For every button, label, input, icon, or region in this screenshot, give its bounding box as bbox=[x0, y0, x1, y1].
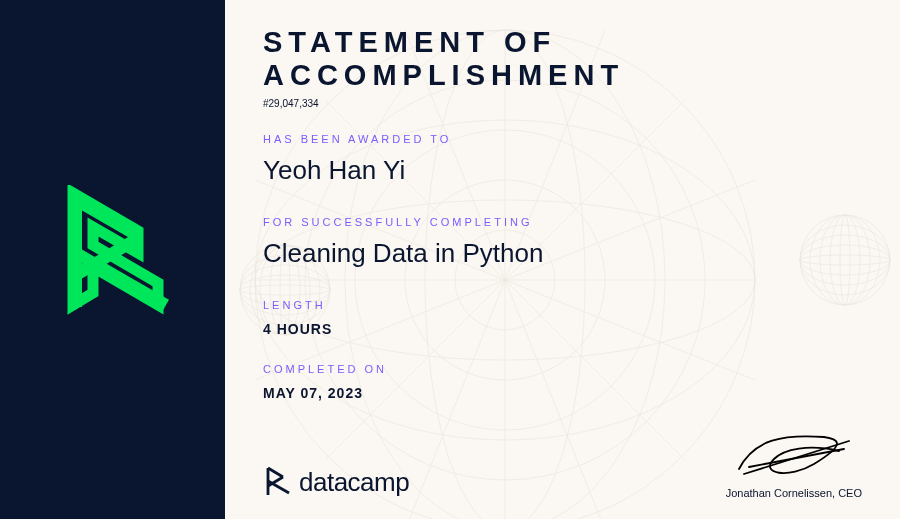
certificate-main: STATEMENT OF ACCOMPLISHMENT #29,047,334 … bbox=[225, 0, 900, 519]
datacamp-mark-icon bbox=[263, 465, 291, 499]
signature-icon bbox=[729, 429, 859, 479]
certificate-id: #29,047,334 bbox=[263, 98, 862, 109]
awarded-to-label: HAS BEEN AWARDED TO bbox=[263, 133, 862, 145]
certificate-title: STATEMENT OF ACCOMPLISHMENT bbox=[263, 26, 862, 92]
signature-block: Jonathan Cornelissen, CEO bbox=[726, 429, 862, 499]
certificate-sidebar bbox=[0, 0, 225, 519]
datacamp-logo-icon bbox=[48, 185, 178, 335]
brand-name: datacamp bbox=[299, 467, 409, 498]
recipient-name: Yeoh Han Yi bbox=[263, 155, 862, 186]
completed-date: MAY 07, 2023 bbox=[263, 385, 862, 401]
length-value: 4 HOURS bbox=[263, 321, 862, 337]
certificate-footer: datacamp Jonathan Cornelissen, CEO bbox=[263, 429, 862, 499]
course-name: Cleaning Data in Python bbox=[263, 238, 862, 269]
completed-on-label: COMPLETED ON bbox=[263, 363, 862, 375]
signer-name: Jonathan Cornelissen, CEO bbox=[726, 487, 862, 499]
completing-label: FOR SUCCESSFULLY COMPLETING bbox=[263, 216, 862, 228]
length-label: LENGTH bbox=[263, 299, 862, 311]
brand-logo: datacamp bbox=[263, 465, 409, 499]
